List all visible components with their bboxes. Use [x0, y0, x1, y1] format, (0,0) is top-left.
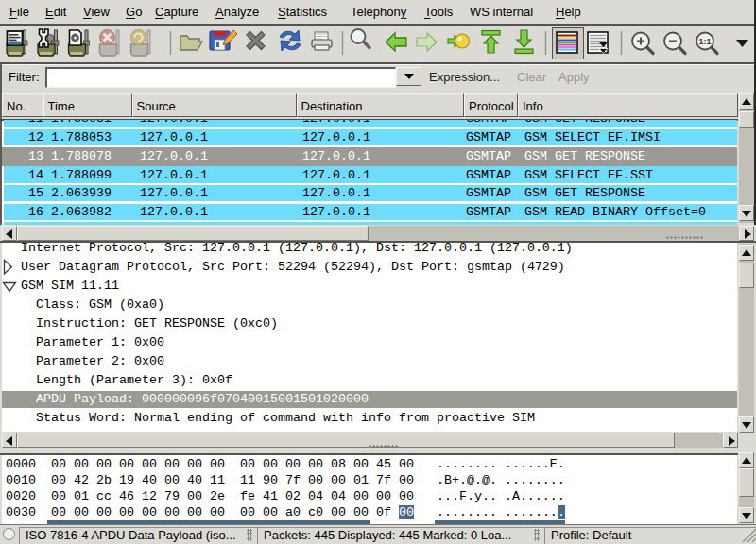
svg-text:1:1: 1:1 — [698, 37, 711, 46]
